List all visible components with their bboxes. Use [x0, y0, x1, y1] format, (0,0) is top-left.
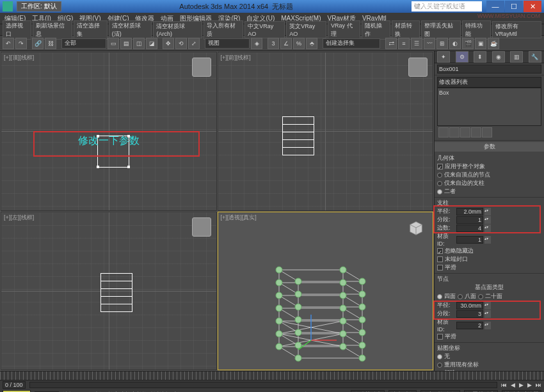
tab-item[interactable]: 中文VRay AO: [244, 21, 285, 38]
create-tab[interactable]: ✦: [437, 51, 450, 63]
next-frame-button[interactable]: ▶: [527, 382, 532, 388]
select-name-button[interactable]: ▤: [120, 38, 132, 49]
show-end-button[interactable]: [449, 127, 460, 137]
tab-item[interactable]: 选择视口: [3, 20, 31, 40]
viewcube-icon[interactable]: [407, 219, 425, 237]
spinner-snap-button[interactable]: ⬘: [306, 38, 317, 49]
pin-stack-button[interactable]: [438, 127, 449, 137]
tab-item[interactable]: 刷新场景信息: [33, 20, 72, 40]
strut-matid-spinner[interactable]: 1: [456, 236, 483, 244]
viewports: [+][顶][线框] 修改一下参数 [+][前][线框] [+][左][线框]: [0, 51, 434, 371]
modifier-stack[interactable]: Box: [437, 88, 541, 126]
tab-item[interactable]: 特殊功能: [462, 20, 491, 40]
maximize-button[interactable]: ☐: [505, 1, 523, 12]
node-smooth-checkbox[interactable]: [437, 334, 443, 340]
material-editor-button[interactable]: ◐: [449, 38, 461, 49]
tab-item[interactable]: 清空材质球(清): [109, 20, 152, 40]
window-crossing-button[interactable]: ◪: [146, 38, 157, 49]
track-bar[interactable]: [29, 382, 497, 388]
viewport-label[interactable]: [+][透视][真实]: [221, 214, 257, 222]
viewport-label[interactable]: [+][顶][线框]: [4, 54, 34, 62]
render-frame-button[interactable]: ▣: [475, 38, 486, 49]
move-button[interactable]: ✥: [163, 38, 174, 49]
redo-button[interactable]: ↷: [15, 38, 27, 49]
viewcube-icon[interactable]: [192, 217, 211, 237]
spinner-arrows[interactable]: ▴▾: [484, 322, 491, 329]
motion-tab[interactable]: ◉: [492, 51, 505, 63]
align-button[interactable]: ≡: [398, 38, 410, 49]
apply-whole-checkbox[interactable]: [437, 164, 443, 169]
rollout-header[interactable]: 参数: [435, 142, 544, 152]
remove-mod-button[interactable]: [471, 127, 481, 137]
tab-item[interactable]: 英文VRay AO: [286, 21, 326, 38]
tab-item[interactable]: 清空选择集: [74, 20, 108, 40]
timeline[interactable]: [0, 371, 544, 380]
tab-item[interactable]: 整理丢失贴图: [421, 20, 461, 40]
angle-snap-button[interactable]: ∠: [280, 38, 292, 49]
render-button[interactable]: ☕: [488, 38, 499, 49]
viewport-label[interactable]: [+][前][线框]: [221, 54, 251, 62]
viewport-front[interactable]: [+][前][线框]: [218, 52, 434, 211]
tab-item[interactable]: 随机操作: [362, 20, 390, 40]
viewport-left[interactable]: [+][左][线框]: [1, 212, 217, 371]
unique-button[interactable]: [460, 127, 470, 137]
percent-snap-button[interactable]: %: [293, 38, 305, 49]
viewport-top[interactable]: [+][顶][线框] 修改一下参数: [1, 52, 217, 211]
octa-radio[interactable]: [458, 294, 463, 299]
display-tab[interactable]: ▥: [510, 51, 523, 63]
viewport-label[interactable]: [+][左][线框]: [4, 214, 34, 222]
minimize-button[interactable]: —: [486, 1, 504, 12]
layers-button[interactable]: ☰: [411, 38, 422, 49]
struts-only-radio[interactable]: [437, 181, 442, 186]
utilities-tab[interactable]: 🔧: [529, 51, 541, 63]
config-button[interactable]: [482, 127, 492, 137]
goto-start-button[interactable]: ⏮: [501, 382, 507, 388]
tab-item[interactable]: 清空材质球(Arch): [153, 21, 202, 38]
ref-coord-dropdown[interactable]: 视图: [205, 38, 250, 49]
mirror-button[interactable]: ⮂: [385, 38, 397, 49]
viewcube-icon[interactable]: [192, 58, 211, 77]
scale-button[interactable]: ⤢: [188, 38, 200, 49]
workspace-selector[interactable]: 工作区: 默认: [17, 1, 61, 12]
close-button[interactable]: ✕: [524, 1, 541, 12]
tetra-radio[interactable]: [437, 294, 442, 299]
select-button[interactable]: ▭: [108, 38, 119, 49]
both-radio[interactable]: [437, 189, 442, 194]
stack-item[interactable]: Box: [439, 90, 540, 96]
ignore-hidden-checkbox[interactable]: [437, 248, 443, 254]
smooth-checkbox[interactable]: [437, 265, 443, 270]
hierarchy-tab[interactable]: ⬍: [474, 51, 486, 63]
prev-frame-button[interactable]: ◀: [511, 382, 515, 388]
modifier-list-dropdown[interactable]: 修改器列表: [437, 77, 541, 88]
tab-item[interactable]: VRay 代理: [328, 20, 360, 40]
map-reuse-radio[interactable]: [437, 363, 442, 368]
node-matid-spinner[interactable]: 2: [456, 322, 483, 329]
goto-end-button[interactable]: ⏭: [536, 382, 541, 388]
snap-button[interactable]: 3: [268, 38, 279, 49]
viewcube-icon[interactable]: [408, 58, 428, 77]
spinner-arrows[interactable]: ▴▾: [484, 236, 491, 244]
object-name-field[interactable]: [437, 65, 541, 74]
map-none-radio[interactable]: [437, 354, 442, 359]
rotate-button[interactable]: ⟲: [175, 38, 187, 49]
end-caps-checkbox[interactable]: [437, 256, 443, 262]
selection-filter[interactable]: 全部: [61, 38, 106, 49]
tab-item[interactable]: 材质转换: [392, 20, 420, 40]
tab-item[interactable]: 导入所有材质: [204, 20, 243, 40]
link-button[interactable]: 🔗: [32, 38, 44, 49]
modify-tab[interactable]: ⚙: [456, 51, 468, 63]
svg-point-41: [359, 278, 365, 285]
undo-button[interactable]: ↶: [3, 38, 14, 49]
play-button[interactable]: ▶: [519, 382, 524, 388]
schematic-button[interactable]: ⊞: [436, 38, 448, 49]
joints-only-radio[interactable]: [437, 173, 442, 178]
icosa-radio[interactable]: [478, 294, 483, 299]
curve-editor-button[interactable]: 〰: [424, 38, 435, 49]
tab-item[interactable]: 修改所有VRayMtl: [492, 21, 541, 38]
pivot-button[interactable]: ◈: [251, 38, 262, 49]
unlink-button[interactable]: ⛓: [45, 38, 56, 49]
render-setup-button[interactable]: 🎬: [462, 38, 474, 49]
select-region-button[interactable]: ◫: [133, 38, 145, 49]
viewport-perspective[interactable]: [+][透视][真实]: [218, 212, 434, 371]
named-selset[interactable]: 创建选择集: [323, 38, 380, 49]
